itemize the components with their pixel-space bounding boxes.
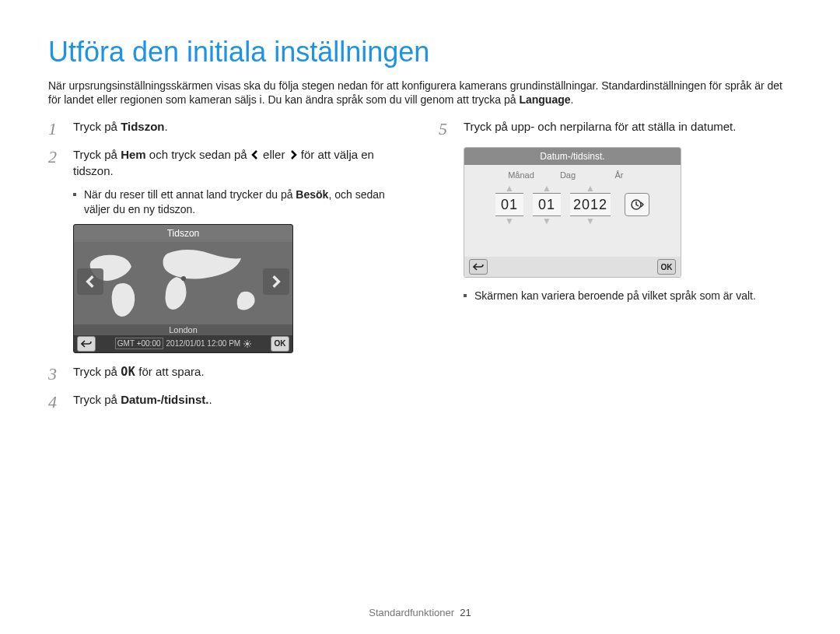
svg-line-7 [245, 341, 247, 342]
down-arrow-icon[interactable]: ▼ [542, 216, 551, 226]
step2-a: Tryck på [73, 148, 121, 161]
page-footer: Standardfunktioner 21 [0, 607, 840, 620]
time-button[interactable] [625, 193, 649, 216]
back-button[interactable] [469, 259, 488, 275]
up-arrow-icon[interactable]: ▲ [542, 184, 551, 193]
dt-spinners: ▲ 01 ▼ ▲ 01 ▼ ▲ 2012 ▼ [495, 184, 649, 226]
label-year: År [600, 170, 639, 180]
label-month: Månad [506, 170, 536, 180]
back-arrow-icon [81, 340, 92, 348]
month-spinner[interactable]: ▲ 01 ▼ [495, 184, 523, 226]
left-column: 1 Tryck på Tidszon. 2 Tryck på Hem och t… [48, 119, 401, 420]
down-arrow-icon[interactable]: ▼ [505, 216, 514, 226]
chevron-right-icon [289, 148, 298, 163]
step2-d: eller [260, 148, 289, 161]
ok-glyph-icon: OK [121, 365, 135, 380]
page-title: Utföra den initiala inställningen [48, 34, 792, 71]
step2-note-a: När du reser till ett annat land trycker… [84, 188, 296, 201]
clock-icon [630, 198, 644, 212]
dt-note: Skärmen kan variera beroende på vilket s… [464, 289, 792, 303]
step3-a: Tryck på [73, 365, 121, 378]
step-number: 3 [48, 364, 65, 383]
footer-label: Standardfunktioner [369, 607, 454, 618]
step-number: 4 [48, 392, 65, 411]
year-spinner[interactable]: ▲ 2012 ▼ [570, 184, 611, 226]
day-spinner[interactable]: ▲ 01 ▼ [533, 184, 561, 226]
tz-datetime: 2012/01/01 12:00 PM [166, 338, 241, 349]
chevron-left-icon [250, 148, 260, 163]
dt-title: Datum-/tidsinst. [464, 148, 681, 165]
tz-title: Tidszon [74, 225, 292, 242]
svg-point-1 [181, 276, 186, 281]
sun-icon [243, 340, 251, 348]
step-number: 5 [439, 119, 456, 138]
step-5: 5 Tryck på upp- och nerpilarna för att s… [439, 119, 792, 138]
tz-next-button[interactable] [263, 268, 289, 295]
tz-gmt: GMT +00:00 [115, 338, 163, 349]
ok-button[interactable]: OK [271, 336, 289, 352]
month-value: 01 [495, 193, 523, 216]
step2-c: och tryck sedan på [146, 148, 250, 161]
up-arrow-icon[interactable]: ▲ [505, 184, 514, 193]
label-day: Dag [553, 170, 583, 180]
step4-c: . [208, 393, 212, 406]
svg-line-8 [249, 345, 250, 347]
svg-point-2 [246, 342, 249, 345]
ok-button[interactable]: OK [657, 259, 676, 275]
tz-location: London [74, 324, 292, 335]
step3-c: för att spara. [135, 365, 204, 378]
tz-prev-button[interactable] [77, 268, 103, 295]
page-number: 21 [460, 607, 471, 618]
world-map-icon [74, 242, 292, 324]
step1-c: . [165, 120, 168, 133]
intro-part1: När urpsrungsinställningsskärmen visas s… [48, 79, 782, 106]
step-1: 1 Tryck på Tidszon. [48, 119, 401, 138]
intro-text: När urpsrungsinställningsskärmen visas s… [48, 79, 792, 107]
year-value: 2012 [570, 193, 611, 216]
step4-b: Datum-/tidsinst. [121, 393, 208, 406]
step2-note: När du reser till ett annat land trycker… [73, 187, 401, 215]
step2-b: Hem [121, 148, 146, 161]
dt-labels: Månad Dag År [506, 170, 639, 180]
intro-bold: Language [519, 93, 570, 106]
back-button[interactable] [77, 336, 96, 352]
tz-bottom-bar: GMT +00:00 2012/01/01 12:00 PM OK [74, 335, 292, 352]
day-value: 01 [533, 193, 561, 216]
up-arrow-icon[interactable]: ▲ [586, 184, 595, 193]
step-2: 2 Tryck på Hem och tryck sedan på eller … [48, 147, 401, 178]
step4-a: Tryck på [73, 393, 121, 406]
down-arrow-icon[interactable]: ▼ [586, 216, 595, 226]
tz-gmt-datetime: GMT +00:00 2012/01/01 12:00 PM [115, 338, 251, 349]
step2-note-b: Besök [296, 188, 328, 201]
step1-a: Tryck på [73, 120, 121, 133]
right-column: 5 Tryck på upp- och nerpilarna för att s… [439, 119, 792, 420]
intro-tail: . [571, 93, 574, 106]
step5-text: Tryck på upp- och nerpilarna för att stä… [464, 119, 792, 138]
svg-line-10 [245, 345, 247, 347]
step-4: 4 Tryck på Datum-/tidsinst.. [48, 392, 401, 411]
tz-map[interactable] [74, 242, 292, 324]
back-arrow-icon [473, 263, 484, 271]
step-3: 3 Tryck på OK för att spara. [48, 364, 401, 383]
svg-line-9 [249, 341, 250, 342]
tidszon-screen: Tidszon London [73, 224, 293, 353]
step-number: 1 [48, 119, 65, 138]
step1-b: Tidszon [121, 120, 164, 133]
step-number: 2 [48, 147, 65, 178]
datum-screen: Datum-/tidsinst. Månad Dag År ▲ 01 ▼ [464, 147, 681, 278]
